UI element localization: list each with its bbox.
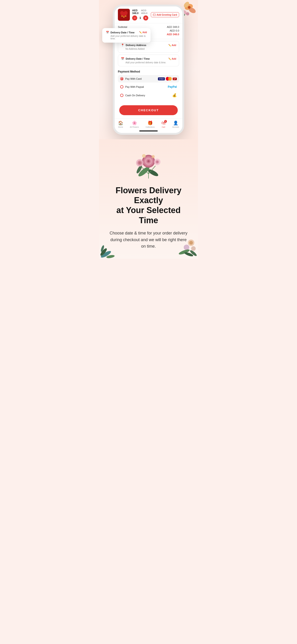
cart-icon: 🛍 1 — [162, 121, 166, 126]
delivery-address-add-button[interactable]: ✏️ Add — [168, 44, 176, 46]
phone-screen: AED 348.0 AED 400.0 − 1 + Add Greeting C… — [115, 6, 182, 133]
unionpay-icon: UP — [173, 78, 177, 80]
greeting-card-button[interactable]: Add Greeting Card — [151, 12, 179, 17]
svg-point-31 — [152, 155, 155, 158]
hero-heading: Flowers Delivery Exactly at Your Selecte… — [99, 183, 198, 230]
card-payment-icons: VISA UP — [158, 77, 177, 80]
nav-home-label: Home — [118, 126, 123, 128]
qty-value: 1 — [138, 16, 142, 20]
delivery-address-header: 📍 Delivery Address ✏️ Add — [121, 44, 176, 47]
nav-cart-label: Cart — [162, 126, 165, 128]
nav-account-label: Account — [172, 126, 179, 128]
flowers-icon: 🌸 — [132, 120, 137, 126]
tooltip-header: 📅 Delivery Date / Time ✏️ Add — [106, 31, 147, 34]
qty-decrease-button[interactable]: − — [132, 16, 137, 20]
subtotal-value: AED 348.0 — [167, 26, 179, 28]
delivery-datetime-add-button[interactable]: ✏️ Add — [168, 58, 176, 60]
nav-item-all-flowers[interactable]: 🌸 All Flowers — [130, 120, 139, 128]
visa-icon: VISA — [158, 78, 165, 80]
nav-item-collections[interactable]: 🎁 Collections — [146, 120, 155, 128]
delivery-address-card[interactable]: 📍 Delivery Address ✏️ Add No Address Add… — [118, 41, 179, 53]
payment-option-cod[interactable]: Cash On Delivery 💰 — [118, 91, 179, 99]
payment-section: Payment Method Pay With Card VISA UP — [115, 68, 182, 102]
tooltip-edit-icon: ✏️ — [139, 31, 142, 34]
nav-item-home[interactable]: 🏠 Home — [118, 120, 123, 128]
delivery-datetime-tooltip: 📅 Delivery Date / Time ✏️ Add Add your p… — [102, 28, 150, 42]
svg-point-23 — [147, 160, 150, 162]
cart-badge: 1 — [164, 120, 167, 123]
tooltip-subtitle: Add your preferred delivery date & time. — [106, 35, 147, 40]
center-flower-decoration — [99, 139, 198, 183]
delivery-address-title: 📍 Delivery Address — [121, 44, 146, 47]
nav-item-account[interactable]: 👤 Account — [172, 120, 179, 128]
phone-frame: AED 348.0 AED 400.0 − 1 + Add Greeting C… — [113, 4, 184, 135]
payment-option-paypal[interactable]: Pay With Paypal PayPal — [118, 84, 179, 90]
delivery-charges-value: AED 0.0 — [170, 29, 179, 32]
nav-collections-label: Collections — [146, 126, 155, 128]
product-image — [118, 9, 130, 21]
flower-decoration-bottom-left — [99, 236, 122, 259]
greeting-card-label: Add Greeting Card — [156, 14, 177, 16]
edit-icon: ✏️ — [168, 44, 171, 46]
location-icon: 📍 — [121, 44, 124, 47]
delivery-datetime-header: 📅 Delivery Date / Time ✏️ Add — [121, 57, 176, 60]
svg-point-11 — [125, 16, 126, 17]
payment-card-label: Pay With Card — [125, 78, 142, 80]
radio-cod — [120, 94, 124, 97]
item-price-old: AED 400.0 — [141, 9, 148, 14]
svg-point-0 — [184, 3, 194, 11]
checkout-button[interactable]: CHECKOUT — [119, 105, 178, 115]
svg-point-14 — [147, 168, 159, 178]
cod-icon: 💰 — [172, 93, 177, 98]
payment-cod-left: Cash On Delivery — [120, 94, 145, 97]
qty-increase-button[interactable]: + — [143, 16, 148, 20]
svg-point-26 — [138, 162, 141, 164]
edit-icon-2: ✏️ — [168, 58, 171, 60]
svg-point-10 — [123, 16, 124, 18]
payment-paypal-left: Pay With Paypal — [120, 85, 144, 88]
flower-decoration-bottom-right — [170, 236, 198, 259]
nav-flowers-label: All Flowers — [130, 126, 139, 128]
flower-bouquet-svg — [126, 146, 172, 181]
svg-point-3 — [188, 6, 191, 9]
delivery-datetime-card[interactable]: 📅 Delivery Date / Time ✏️ Add Add your p… — [118, 54, 179, 66]
tooltip-calendar-icon: 📅 — [106, 31, 109, 34]
svg-point-39 — [191, 246, 196, 251]
cart-item: AED 348.0 AED 400.0 − 1 + Add Greeting C… — [115, 6, 182, 23]
payment-paypal-label: Pay With Paypal — [125, 86, 144, 88]
payment-cod-label: Cash On Delivery — [125, 94, 145, 97]
item-price: AED 348.0 — [132, 9, 140, 14]
cart-item-details: AED 348.0 AED 400.0 − 1 + — [132, 9, 148, 20]
tooltip-title: 📅 Delivery Date / Time — [106, 31, 134, 34]
checkout-area: CHECKOUT — [115, 102, 182, 118]
payment-title: Payment Method — [118, 70, 179, 73]
svg-point-29 — [156, 161, 158, 163]
below-phone-section: Flowers Delivery Exactly at Your Selecte… — [99, 139, 198, 259]
delivery-address-subtitle: No Address Added — [121, 48, 176, 50]
nav-item-cart[interactable]: 🛍 1 Cart — [162, 121, 166, 128]
svg-point-30 — [142, 154, 146, 158]
payment-option-card[interactable]: Pay With Card VISA UP — [118, 75, 179, 82]
home-indicator — [139, 130, 158, 132]
account-icon: 👤 — [173, 120, 178, 126]
radio-card — [120, 77, 124, 80]
collections-icon: 🎁 — [148, 120, 153, 126]
calendar-icon: 📅 — [121, 57, 124, 60]
svg-point-5 — [186, 12, 189, 16]
home-icon: 🏠 — [118, 120, 123, 126]
paypal-icon: PayPal — [168, 85, 177, 88]
svg-point-38 — [184, 244, 189, 250]
svg-point-1 — [188, 6, 196, 14]
delivery-datetime-subtitle: Add your preferred delivery date & time. — [121, 61, 176, 64]
total-value: AED 348.0 — [167, 33, 179, 36]
bottom-navigation: 🏠 Home 🌸 All Flowers 🎁 Collections 🛍 1 — [115, 118, 182, 129]
svg-point-9 — [121, 16, 123, 17]
payment-card-left: Pay With Card — [120, 77, 142, 80]
mastercard-icon — [166, 77, 172, 80]
delivery-datetime-title: 📅 Delivery Date / Time — [121, 57, 150, 60]
svg-point-37 — [189, 241, 193, 244]
tooltip-add-button[interactable]: ✏️ Add — [139, 31, 147, 34]
svg-point-2 — [183, 1, 190, 8]
greeting-card-icon — [153, 13, 156, 16]
radio-paypal — [120, 85, 124, 88]
